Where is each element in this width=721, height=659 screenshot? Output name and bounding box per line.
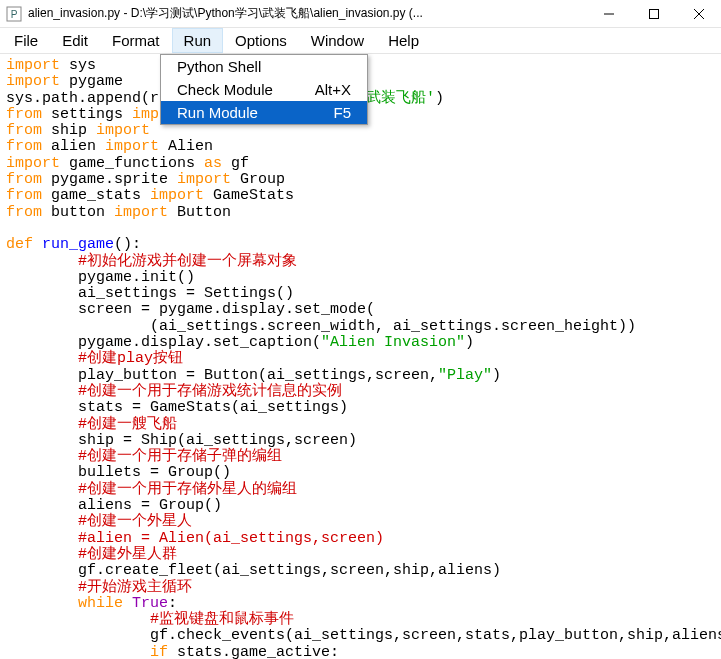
code-line: (ai_settings.screen_width, ai_settings.s… — [6, 319, 715, 335]
close-button[interactable] — [676, 0, 721, 28]
menu-file[interactable]: File — [2, 28, 50, 53]
code-line: gf.create_fleet(ai_settings,screen,ship,… — [6, 563, 715, 579]
menu-bar: FileEditFormatRunOptionsWindowHelp — [0, 28, 721, 54]
code-line: #初始化游戏并创建一个屏幕对象 — [6, 254, 715, 270]
code-line: screen = pygame.display.set_mode( — [6, 302, 715, 318]
code-line: from ship import — [6, 123, 715, 139]
code-line: gf.check_events(ai_settings,screen,stats… — [6, 628, 715, 644]
code-line: from game_stats import GameStats — [6, 188, 715, 204]
code-line: bullets = Group() — [6, 465, 715, 481]
window-title: alien_invasion.py - D:\学习测试\Python学习\武装飞… — [28, 5, 423, 22]
code-line: #创建一个用于存储子弹的编组 — [6, 449, 715, 465]
menu-option-label: Check Module — [177, 81, 273, 98]
code-line: #开始游戏主循环 — [6, 580, 715, 596]
maximize-button[interactable] — [631, 0, 676, 28]
code-line: #创建play按钮 — [6, 351, 715, 367]
menu-options[interactable]: Options — [223, 28, 299, 53]
code-line: #监视键盘和鼠标事件 — [6, 612, 715, 628]
svg-text:P: P — [11, 9, 18, 20]
code-line: #创建一个外星人 — [6, 514, 715, 530]
title-bar: P alien_invasion.py - D:\学习测试\Python学习\武… — [0, 0, 721, 28]
code-line: from alien import Alien — [6, 139, 715, 155]
code-line: #创建一艘飞船 — [6, 417, 715, 433]
menu-option-shortcut: F5 — [333, 104, 351, 121]
code-line: #创建一个用于存储外星人的编组 — [6, 482, 715, 498]
code-line: from pygame.sprite import Group — [6, 172, 715, 188]
code-line: while True: — [6, 596, 715, 612]
code-line: pygame.display.set_caption("Alien Invasi… — [6, 335, 715, 351]
code-editor[interactable]: import sysimport pygamesys.path.append(r… — [0, 54, 721, 659]
code-line: def run_game(): — [6, 237, 715, 253]
menu-option-label: Run Module — [177, 104, 258, 121]
code-line: #alien = Alien(ai_settings,screen) — [6, 531, 715, 547]
code-line: ai_settings = Settings() — [6, 286, 715, 302]
window-controls — [586, 0, 721, 28]
code-line: #创建一个用于存储游戏统计信息的实例 — [6, 384, 715, 400]
menu-option-check-module[interactable]: Check ModuleAlt+X — [161, 78, 367, 101]
title-left: P alien_invasion.py - D:\学习测试\Python学习\武… — [6, 5, 423, 22]
menu-option-shortcut: Alt+X — [315, 81, 351, 98]
code-line: import game_functions as gf — [6, 156, 715, 172]
menu-option-run-module[interactable]: Run ModuleF5 — [161, 101, 367, 124]
code-line: from button import Button — [6, 205, 715, 221]
menu-run[interactable]: Run — [172, 28, 224, 53]
code-line: play_button = Button(ai_settings,screen,… — [6, 368, 715, 384]
code-line: #创建外星人群 — [6, 547, 715, 563]
code-line: ship = Ship(ai_settings,screen) — [6, 433, 715, 449]
code-line: pygame.init() — [6, 270, 715, 286]
minimize-button[interactable] — [586, 0, 631, 28]
code-line — [6, 221, 715, 237]
python-idle-icon: P — [6, 6, 22, 22]
code-line: if stats.game_active: — [6, 645, 715, 659]
svg-rect-3 — [649, 9, 658, 18]
code-line: stats = GameStats(ai_settings) — [6, 400, 715, 416]
menu-option-label: Python Shell — [177, 58, 261, 75]
menu-format[interactable]: Format — [100, 28, 172, 53]
code-line: aliens = Group() — [6, 498, 715, 514]
menu-edit[interactable]: Edit — [50, 28, 100, 53]
run-menu-dropdown: Python ShellCheck ModuleAlt+XRun ModuleF… — [160, 54, 368, 125]
menu-option-python-shell[interactable]: Python Shell — [161, 55, 367, 78]
menu-help[interactable]: Help — [376, 28, 431, 53]
menu-window[interactable]: Window — [299, 28, 376, 53]
